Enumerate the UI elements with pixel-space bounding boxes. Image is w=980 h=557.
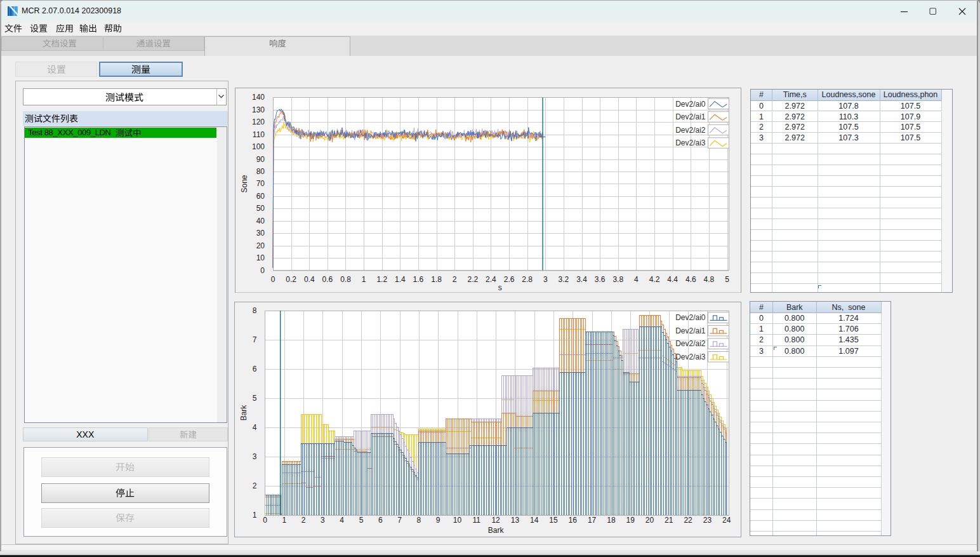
svg-text:3: 3 [321,516,325,525]
svg-text:15: 15 [549,516,558,525]
svg-text:30: 30 [256,229,265,238]
svg-text:140: 140 [252,93,265,102]
svg-text:40: 40 [256,216,265,225]
svg-text:7: 7 [253,335,257,344]
svg-text:12: 12 [491,516,500,525]
svg-text:3: 3 [543,275,548,284]
svg-text:1.2: 1.2 [376,275,387,284]
svg-text:1.6: 1.6 [413,275,424,284]
svg-text:90: 90 [256,154,265,163]
svg-text:21: 21 [665,516,673,525]
svg-text:19: 19 [626,516,635,525]
svg-text:8: 8 [417,516,421,525]
svg-text:Bark: Bark [239,405,248,421]
svg-text:60: 60 [256,191,265,200]
svg-text:9: 9 [436,516,440,525]
svg-text:7: 7 [397,516,402,525]
svg-text:Sone: Sone [240,175,249,192]
svg-text:Dev2/ai1: Dev2/ai1 [675,326,706,335]
svg-text:0: 0 [260,265,265,274]
svg-text:3.8: 3.8 [612,275,623,284]
svg-text:4: 4 [634,275,639,284]
svg-text:80: 80 [256,166,265,175]
svg-text:1.8: 1.8 [431,275,442,284]
svg-text:Dev2/ai1: Dev2/ai1 [675,112,706,121]
svg-text:2.4: 2.4 [486,275,496,284]
svg-text:1: 1 [282,516,286,525]
svg-text:18: 18 [607,516,616,525]
svg-text:2: 2 [453,275,457,284]
svg-text:0: 0 [263,516,267,525]
svg-text:2.2: 2.2 [467,275,478,284]
svg-text:0.2: 0.2 [286,275,296,284]
svg-text:5: 5 [725,275,729,284]
svg-text:2: 2 [253,481,257,490]
svg-text:Dev2/ai2: Dev2/ai2 [675,339,706,348]
svg-text:1: 1 [253,511,257,520]
svg-text:0: 0 [271,275,275,284]
svg-text:3: 3 [253,452,257,461]
svg-text:22: 22 [684,516,692,525]
svg-text:2: 2 [301,516,306,525]
svg-text:4.6: 4.6 [685,275,696,284]
svg-text:20: 20 [646,516,654,525]
svg-text:3.4: 3.4 [576,275,587,284]
svg-text:100: 100 [252,142,265,151]
svg-text:10: 10 [453,516,462,525]
svg-text:Bark: Bark [488,526,505,535]
svg-text:4.4: 4.4 [667,275,678,284]
svg-text:17: 17 [588,516,597,525]
svg-text:130: 130 [252,105,265,114]
svg-text:10: 10 [256,253,265,262]
svg-text:Dev2/ai3: Dev2/ai3 [675,138,706,147]
svg-text:120: 120 [252,117,265,126]
svg-text:16: 16 [569,516,578,525]
svg-text:24: 24 [722,516,731,525]
svg-text:2.6: 2.6 [504,275,515,284]
svg-text:4.2: 4.2 [649,275,660,284]
svg-text:1.4: 1.4 [395,275,406,284]
svg-text:0.4: 0.4 [304,275,315,284]
svg-text:50: 50 [256,204,265,213]
svg-text:Dev2/ai3: Dev2/ai3 [675,352,706,361]
svg-text:5: 5 [359,516,364,525]
svg-text:1: 1 [362,275,366,284]
svg-text:110: 110 [253,130,265,138]
svg-text:13: 13 [511,516,520,525]
svg-text:6: 6 [378,516,383,525]
svg-text:Dev2/ai2: Dev2/ai2 [675,125,706,134]
svg-text:23: 23 [703,516,712,525]
svg-text:20: 20 [256,241,265,250]
svg-text:4: 4 [253,423,257,432]
svg-text:Dev2/ai0: Dev2/ai0 [675,313,706,322]
svg-text:70: 70 [256,179,265,188]
svg-text:8: 8 [253,306,257,315]
svg-text:11: 11 [473,516,481,525]
svg-text:3.6: 3.6 [595,275,606,284]
svg-text:Dev2/ai0: Dev2/ai0 [675,99,706,108]
svg-text:0.8: 0.8 [340,275,351,284]
svg-text:s: s [498,283,502,292]
svg-text:4.8: 4.8 [704,275,715,284]
svg-text:0.6: 0.6 [322,275,333,284]
svg-text:3.2: 3.2 [559,275,569,284]
svg-text:14: 14 [530,516,539,525]
svg-text:5: 5 [253,394,257,403]
svg-text:2.8: 2.8 [522,275,533,284]
svg-text:6: 6 [253,365,257,373]
svg-text:4: 4 [340,516,344,525]
